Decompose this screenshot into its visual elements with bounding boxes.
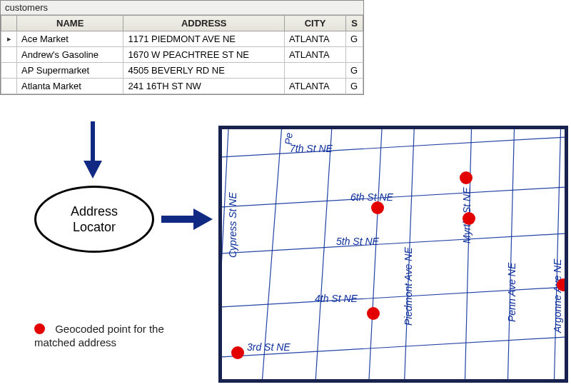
street-label: Cypress St NE [227, 192, 238, 258]
row-selector[interactable] [1, 79, 17, 94]
row-selector-icon[interactable]: ▸ [1, 31, 17, 47]
legend-text: Geocoded point for the matched address [34, 323, 164, 348]
street-label: 6th St NE [350, 191, 394, 203]
table-row[interactable]: AP Supermarket 4505 BEVERLY RD NE G [1, 63, 363, 79]
address-locator-label: Address Locator [71, 203, 118, 236]
svg-line-11 [465, 129, 472, 379]
cell-name[interactable]: AP Supermarket [17, 63, 123, 79]
cell-state[interactable]: G [346, 63, 363, 79]
street-label: Pe [283, 132, 295, 145]
table-title: customers [1, 1, 363, 15]
street-label: Argonne Ave NE [552, 258, 563, 333]
col-header-name[interactable]: NAME [17, 16, 123, 31]
table-row[interactable]: Andrew's Gasoline 1670 W PEACHTREE ST NE… [1, 47, 363, 63]
geocoded-point [463, 212, 475, 225]
cell-name[interactable]: Ace Market [17, 31, 123, 47]
geocoded-point [231, 346, 244, 359]
cell-state[interactable]: G [346, 31, 363, 47]
cell-address[interactable]: 241 16TH ST NW [123, 79, 285, 94]
cell-address[interactable]: 1670 W PEACHTREE ST NE [123, 47, 285, 63]
cell-name[interactable]: Andrew's Gasoline [17, 47, 123, 63]
table-row[interactable]: Atlanta Market 241 16TH ST NW ATLANTA G [1, 79, 363, 94]
arrow-right-icon [161, 207, 213, 231]
customers-table: customers NAME ADDRESS CITY S ▸ Ace Mark… [0, 0, 364, 95]
legend-dot-icon [34, 323, 45, 334]
address-locator-node: Address Locator [34, 186, 154, 253]
col-header-address[interactable]: ADDRESS [123, 16, 285, 31]
svg-line-1 [222, 186, 565, 208]
map-panel: 7th St NE 6th St NE 5th St NE 4th St NE … [218, 126, 568, 383]
col-header-city[interactable]: CITY [285, 16, 346, 31]
cell-city[interactable]: ATLANTA [285, 79, 346, 94]
cell-city[interactable]: ATLANTA [285, 31, 346, 47]
row-selector[interactable] [1, 47, 17, 63]
cell-city[interactable]: ATLANTA [285, 47, 346, 63]
row-selector[interactable] [1, 63, 17, 79]
arrow-down-icon [82, 121, 103, 179]
street-label: 7th St NE [290, 143, 333, 154]
svg-line-9 [368, 129, 383, 379]
data-grid: NAME ADDRESS CITY S ▸ Ace Market 1171 PI… [1, 15, 363, 94]
cell-address[interactable]: 4505 BEVERLY RD NE [123, 63, 285, 79]
row-handle-header [1, 16, 17, 31]
cell-city[interactable] [285, 63, 346, 79]
table-row[interactable]: ▸ Ace Market 1171 PIEDMONT AVE NE ATLANT… [1, 31, 363, 47]
legend: Geocoded point for the matched address [34, 323, 198, 350]
street-label: 4th St NE [315, 293, 358, 304]
street-label: Penn Ave NE [506, 262, 517, 322]
street-label: 3rd St NE [247, 341, 290, 353]
svg-line-12 [507, 129, 515, 379]
cell-state[interactable]: G [346, 79, 363, 94]
svg-line-8 [315, 129, 333, 379]
col-header-state[interactable]: S [346, 16, 363, 31]
geocoded-point [367, 307, 380, 320]
street-label: Piedmont Ave NE [403, 247, 414, 326]
geocoded-point [371, 201, 384, 214]
svg-line-13 [554, 129, 561, 379]
cell-name[interactable]: Atlanta Market [17, 79, 123, 94]
geocoded-point [460, 171, 473, 184]
cell-address[interactable]: 1171 PIEDMONT AVE NE [123, 31, 285, 47]
cell-state[interactable] [346, 47, 363, 63]
street-label: 5th St NE [336, 236, 380, 247]
